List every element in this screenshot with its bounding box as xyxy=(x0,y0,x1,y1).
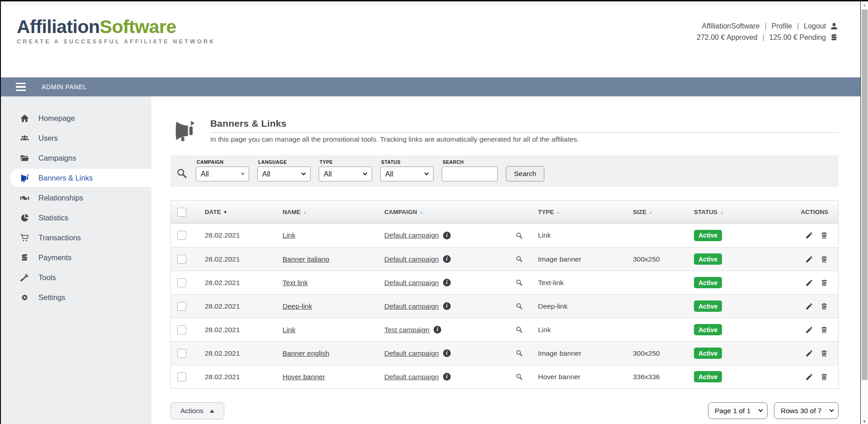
delete-icon[interactable] xyxy=(820,302,828,310)
sidebar-item-tools[interactable]: Tools xyxy=(1,267,151,287)
pie-chart-icon xyxy=(20,213,29,223)
sidebar-item-relationships[interactable]: Relationships xyxy=(1,188,151,208)
column-header-campaign[interactable]: CAMPAIGN▲ xyxy=(384,209,515,215)
campaign-link[interactable]: Default campaign xyxy=(384,231,439,239)
admin-bar: ADMIN PANEL xyxy=(1,77,860,96)
language-filter: LANGUAGE All xyxy=(257,159,311,181)
column-header-type[interactable]: TYPE▲ xyxy=(538,209,633,215)
page-select[interactable]: Page 1 of 1 xyxy=(708,402,768,419)
column-header-name[interactable]: NAME▲ xyxy=(283,209,384,215)
profile-link[interactable]: Profile xyxy=(772,22,792,30)
row-type: Hover banner xyxy=(538,373,633,381)
preview-icon[interactable] xyxy=(515,255,523,263)
type-select[interactable]: All xyxy=(319,167,372,181)
sidebar-item-homepage[interactable]: Homepage xyxy=(1,108,151,128)
campaign-link[interactable]: Default campaign xyxy=(384,373,439,381)
edit-icon[interactable] xyxy=(805,231,813,239)
info-icon[interactable]: i xyxy=(443,302,451,310)
delete-icon[interactable] xyxy=(820,279,828,287)
row-checkbox[interactable] xyxy=(177,231,186,240)
preview-icon[interactable] xyxy=(515,302,523,310)
campaign-link[interactable]: Default campaign xyxy=(384,255,439,263)
campaign-link[interactable]: Default campaign xyxy=(384,349,439,357)
balance-row: 272.00 € Approved | 125.00 € Pending xyxy=(697,33,839,43)
logo[interactable]: AffiliationSoftware CREATE A SUCCESSFUL … xyxy=(17,17,215,45)
column-header-date[interactable]: DATE▼ xyxy=(205,209,283,215)
delete-icon[interactable] xyxy=(820,326,828,334)
preview-icon[interactable] xyxy=(515,326,523,333)
sidebar-item-transactions[interactable]: Transactions xyxy=(1,228,151,248)
edit-icon[interactable] xyxy=(805,349,813,357)
banner-name-link[interactable]: Link xyxy=(283,231,295,239)
row-date: 28.02.2021 xyxy=(205,302,283,310)
scroll-up-icon[interactable]: ▲ xyxy=(861,3,868,7)
search-filter-label: SEARCH xyxy=(443,159,498,165)
delete-icon[interactable] xyxy=(820,349,828,357)
banner-name-link[interactable]: Text link xyxy=(283,279,308,287)
language-select[interactable]: All xyxy=(257,167,311,181)
megaphone-icon xyxy=(20,173,29,183)
edit-icon[interactable] xyxy=(805,279,813,287)
pending-balance: 125.00 € Pending xyxy=(769,33,826,42)
banner-name-link[interactable]: Hover banner xyxy=(283,373,325,381)
info-icon[interactable]: i xyxy=(443,255,451,263)
sidebar-item-banners-links[interactable]: Banners & Links xyxy=(10,169,151,187)
row-checkbox[interactable] xyxy=(177,349,186,358)
campaign-link[interactable]: Test campaign xyxy=(384,326,429,334)
row-checkbox[interactable] xyxy=(177,278,186,287)
select-all-checkbox[interactable] xyxy=(177,208,186,217)
info-icon[interactable]: i xyxy=(443,279,451,286)
actions-button-label: Actions xyxy=(180,407,203,415)
actions-button[interactable]: Actions xyxy=(170,402,224,419)
search-button[interactable]: Search xyxy=(506,166,544,181)
preview-icon[interactable] xyxy=(515,279,523,286)
status-filter: STATUS All xyxy=(380,159,434,181)
sidebar-item-label: Transactions xyxy=(38,233,81,242)
hamburger-menu-icon[interactable] xyxy=(16,83,26,91)
column-header-status[interactable]: STATUS▲ xyxy=(694,209,796,215)
rows-select[interactable]: Rows 30 of 7 xyxy=(774,402,839,419)
sidebar-item-campaigns[interactable]: Campaigns xyxy=(1,148,151,168)
account-link[interactable]: AffiliationSoftware xyxy=(702,22,760,30)
scrollbar-thumb[interactable] xyxy=(862,10,868,380)
campaign-link[interactable]: Default campaign xyxy=(384,279,439,287)
preview-icon[interactable] xyxy=(515,373,523,381)
preview-icon[interactable] xyxy=(515,349,523,357)
banner-name-link[interactable]: Banner english xyxy=(283,349,329,357)
sidebar-item-statistics[interactable]: Statistics xyxy=(1,208,151,228)
scrollbar[interactable]: ▲ ▼ xyxy=(860,1,868,424)
column-header-size[interactable]: SIZE▲ xyxy=(633,209,694,215)
logout-link[interactable]: Logout xyxy=(804,22,826,30)
tools-icon xyxy=(20,273,29,282)
row-checkbox[interactable] xyxy=(177,302,186,311)
edit-icon[interactable] xyxy=(805,302,813,310)
info-icon[interactable]: i xyxy=(434,326,441,333)
banner-name-link[interactable]: Deep-link xyxy=(283,302,312,310)
delete-icon[interactable] xyxy=(820,373,828,381)
scroll-down-icon[interactable]: ▼ xyxy=(861,419,868,424)
edit-icon[interactable] xyxy=(805,373,813,381)
edit-icon[interactable] xyxy=(805,255,813,263)
sidebar-item-users[interactable]: Users xyxy=(1,128,151,148)
row-checkbox[interactable] xyxy=(177,255,186,264)
info-icon[interactable]: i xyxy=(443,349,451,357)
banner-name-link[interactable]: Banner italiano xyxy=(283,255,329,263)
campaign-link[interactable]: Default campaign xyxy=(384,302,439,310)
edit-icon[interactable] xyxy=(805,326,813,334)
row-type: Image banner xyxy=(538,349,633,357)
sidebar-item-payments[interactable]: Payments xyxy=(1,248,151,267)
sidebar-item-label: Banners & Links xyxy=(38,174,93,182)
info-icon[interactable]: i xyxy=(443,232,451,239)
delete-icon[interactable] xyxy=(820,231,828,239)
preview-icon[interactable] xyxy=(515,232,523,239)
banner-name-link[interactable]: Link xyxy=(283,326,295,334)
search-input[interactable] xyxy=(442,167,498,181)
info-icon[interactable]: i xyxy=(443,373,451,381)
campaign-select[interactable]: All xyxy=(196,167,249,181)
status-select[interactable]: All xyxy=(380,167,434,181)
sidebar-item-settings[interactable]: Settings xyxy=(1,287,151,307)
row-checkbox[interactable] xyxy=(177,372,186,381)
sort-asc-icon: ▲ xyxy=(556,210,560,214)
delete-icon[interactable] xyxy=(820,255,828,263)
row-checkbox[interactable] xyxy=(177,325,186,334)
